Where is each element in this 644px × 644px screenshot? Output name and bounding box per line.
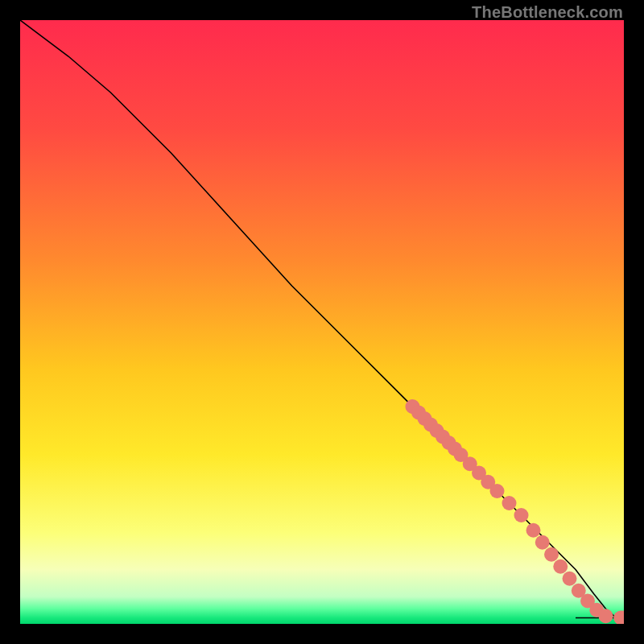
data-point [553,559,568,574]
bottleneck-chart [20,20,624,624]
data-point [526,523,541,538]
watermark-text: TheBottleneck.com [472,3,623,22]
data-point [502,496,517,510]
data-point [490,484,505,498]
data-point [563,572,577,586]
chart-stage: TheBottleneck.com [0,0,644,644]
data-point [535,535,550,550]
data-point [544,547,559,562]
data-point [599,609,613,623]
data-point [514,508,529,522]
